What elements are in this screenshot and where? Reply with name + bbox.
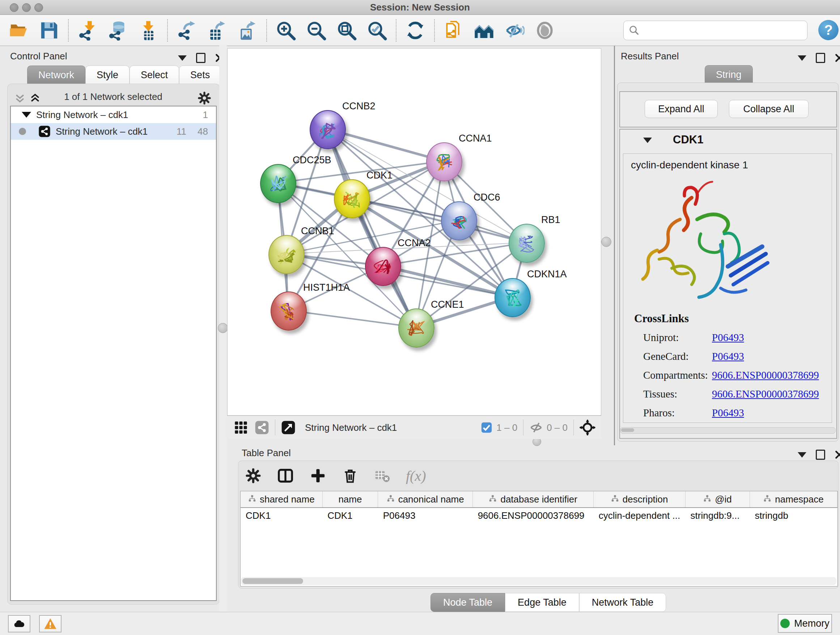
zoom-selected-icon[interactable] <box>367 20 387 41</box>
network-node-RB1[interactable] <box>508 224 545 263</box>
zoom-out-icon[interactable] <box>306 20 326 41</box>
right-splitter-knob[interactable] <box>601 237 611 247</box>
column-header-name[interactable]: name <box>322 491 378 508</box>
crosslink-link[interactable]: 9606.ENSP00000378699 <box>712 369 819 381</box>
tab-select[interactable]: Select <box>129 65 179 84</box>
column-header-namespace[interactable]: namespace <box>750 491 837 508</box>
crosslink-link[interactable]: P06493 <box>712 407 744 419</box>
network-node-CCNA1[interactable] <box>426 142 462 181</box>
column-header-description[interactable]: description <box>594 491 685 508</box>
table-row[interactable]: CDK1CDK1P064939606.ENSP00000378699cyclin… <box>240 508 837 523</box>
create-column-plus-icon[interactable] <box>309 467 326 484</box>
network-node-CCNE1[interactable] <box>398 309 434 348</box>
tab-network[interactable]: Network <box>27 65 85 84</box>
table-cell[interactable]: 9606.ENSP00000378699 <box>473 508 594 523</box>
view-share-icon[interactable] <box>255 420 269 435</box>
table-cell[interactable]: P06493 <box>378 508 473 523</box>
tab-string[interactable]: String <box>705 65 753 84</box>
network-node-CDC25B[interactable] <box>260 164 296 203</box>
network-collection-row[interactable]: String Network – cdk1 1 <box>11 106 216 123</box>
hidden-eye-slash-icon[interactable] <box>529 421 543 434</box>
search-field[interactable] <box>623 21 807 40</box>
view-grid-icon[interactable] <box>234 420 248 435</box>
column-header-database-identifier[interactable]: database identifier <box>473 491 594 508</box>
show-columns-icon[interactable] <box>277 467 294 484</box>
import-table-icon[interactable] <box>138 20 158 41</box>
selected-checkbox-icon[interactable] <box>480 421 493 434</box>
memory-button[interactable]: Memory <box>778 614 832 633</box>
panel-float-icon[interactable] <box>816 450 825 460</box>
table-gear-icon[interactable] <box>245 468 261 484</box>
show-panel-eye-icon[interactable] <box>535 20 555 41</box>
tab-network-table[interactable]: Network Table <box>579 593 666 612</box>
warning-icon <box>43 617 57 631</box>
crosslink-link[interactable]: P06493 <box>712 332 744 344</box>
delete-column-trash-icon[interactable] <box>342 468 358 484</box>
table-cell[interactable]: CDK1 <box>322 508 378 523</box>
birds-eye-view-icon[interactable] <box>579 420 595 435</box>
help-button[interactable]: ? <box>818 20 838 40</box>
cloud-button[interactable] <box>8 615 30 632</box>
table-cell[interactable]: stringdb <box>750 508 837 523</box>
clone-network-file-icon[interactable] <box>444 20 464 41</box>
network-canvas[interactable]: CCNB2CCNA1CDC25BCDK1CDC6RB1CCNB1CCNA2CDK… <box>227 48 601 416</box>
gene-collapse-icon[interactable] <box>643 138 652 143</box>
zoom-fit-icon[interactable] <box>336 20 357 41</box>
column-header-shared-name[interactable]: shared name <box>240 491 322 508</box>
column-header-@id[interactable]: @id <box>685 491 750 508</box>
column-header-canonical-name[interactable]: canonical name <box>378 491 473 508</box>
node-table[interactable]: shared namenamecanonical namedatabase id… <box>240 491 838 586</box>
panel-menu-icon[interactable] <box>178 55 187 61</box>
panel-menu-icon[interactable] <box>798 55 806 61</box>
hide-panel-eye-icon[interactable] <box>504 20 524 41</box>
import-network-icon[interactable] <box>77 20 98 41</box>
panel-float-icon[interactable] <box>196 53 205 63</box>
network-node-CDC6[interactable] <box>441 201 477 241</box>
export-network-icon[interactable] <box>177 20 197 41</box>
table-cell[interactable]: CDK1 <box>240 508 322 523</box>
protein-thumbnail <box>404 315 429 342</box>
left-splitter-knob[interactable] <box>218 323 228 333</box>
crosslink-link[interactable]: P06493 <box>712 350 744 363</box>
import-database-icon[interactable] <box>108 20 128 41</box>
network-node-HIST1H1A[interactable] <box>271 291 307 331</box>
tab-sets[interactable]: Sets <box>179 65 221 84</box>
table-hscrollbar[interactable] <box>241 577 836 585</box>
tree-expander-icon[interactable] <box>22 112 31 118</box>
node-label: CCNA1 <box>459 133 492 144</box>
network-node-CDKN1A[interactable] <box>494 278 531 317</box>
network-row-selected[interactable]: String Network – cdk1 11 48 <box>11 123 216 140</box>
tab-edge-table[interactable]: Edge Table <box>505 593 579 612</box>
network-options-gear-icon[interactable] <box>197 91 211 105</box>
table-cell[interactable]: cyclin-dependent ... <box>594 508 685 523</box>
network-node-CCNA2[interactable] <box>365 247 401 286</box>
panel-close-icon[interactable] <box>835 450 840 459</box>
home-networks-icon[interactable] <box>474 20 494 41</box>
warnings-button[interactable] <box>39 615 62 632</box>
network-node-CCNB1[interactable] <box>268 235 305 274</box>
search-input[interactable] <box>643 25 807 36</box>
open-session-icon[interactable] <box>9 20 29 41</box>
function-builder-icon[interactable]: f(x) <box>406 467 426 485</box>
crosslink-link[interactable]: 9606.ENSP00000378699 <box>712 388 819 400</box>
export-image-icon[interactable] <box>237 20 257 41</box>
collapse-all-button[interactable]: Collapse All <box>729 100 808 118</box>
open-view-window-icon[interactable] <box>281 420 295 435</box>
tab-style[interactable]: Style <box>85 65 129 84</box>
table-cell[interactable]: stringdb:9... <box>685 508 750 523</box>
network-node-CCNB2[interactable] <box>309 110 346 149</box>
export-table-icon[interactable] <box>207 20 227 41</box>
expand-all-button[interactable]: Expand All <box>645 100 718 118</box>
refresh-icon[interactable] <box>405 20 425 41</box>
panel-close-icon[interactable] <box>835 53 840 63</box>
results-hscrollbar-thumb[interactable] <box>621 428 634 432</box>
delete-table-icon[interactable] <box>374 468 390 484</box>
table-hscrollbar-thumb[interactable] <box>242 578 303 584</box>
results-hscrollbar[interactable] <box>620 427 836 434</box>
panel-menu-icon[interactable] <box>798 452 806 458</box>
tab-node-table[interactable]: Node Table <box>431 593 505 612</box>
save-session-icon[interactable] <box>39 20 59 41</box>
zoom-in-icon[interactable] <box>276 20 296 41</box>
network-node-CDK1[interactable] <box>334 179 370 218</box>
panel-float-icon[interactable] <box>816 53 825 63</box>
